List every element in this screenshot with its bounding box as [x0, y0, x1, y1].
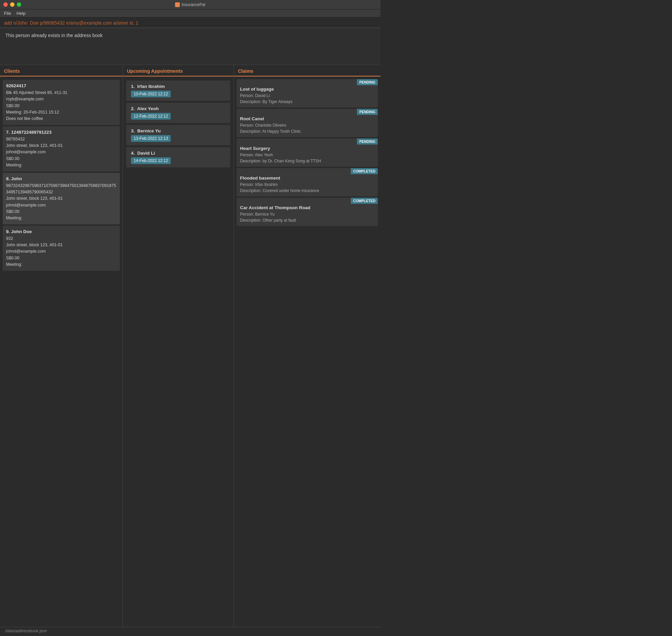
claims-header: Claims — [234, 65, 381, 77]
client-email: royb@example.com — [6, 96, 117, 102]
clients-column: Clients 92624417 Blk 45 Aljunied Street … — [0, 65, 123, 627]
client-phone: 932 — [6, 236, 117, 242]
clients-header: Clients — [0, 65, 123, 77]
appointment-name: 1. Irfan Ibrahim — [131, 84, 226, 89]
status-badge: PENDING — [357, 138, 378, 144]
claim-title: Lost of luggage — [240, 86, 374, 92]
client-number: 9. John Doe — [6, 228, 117, 236]
claim-description: Description: By Tiger Airways — [240, 99, 374, 105]
appointment-card[interactable]: 4. David Li 14-Feb-2022 12:12 — [126, 147, 230, 167]
claim-description: Description: Covered under home insuranc… — [240, 187, 374, 194]
client-meeting: Meeting: — [6, 261, 117, 268]
menu-file[interactable]: File — [4, 11, 11, 16]
claim-title: Flooded basement — [240, 176, 374, 181]
claim-title: Heart Surgery — [240, 146, 374, 151]
claim-card[interactable]: PENDING Heart Surgery Person: Alex Yeoh … — [237, 138, 378, 167]
appointments-column: Upcoming Appointments 1. Irfan Ibrahim 1… — [123, 65, 234, 627]
command-input[interactable] — [4, 20, 376, 26]
window-controls — [3, 2, 21, 7]
status-badge: PENDING — [357, 79, 378, 85]
appointment-name: 4. David Li — [131, 151, 226, 156]
appointment-date: 13-Feb-2022 12:13 — [131, 135, 171, 142]
claim-person: Person: Irfan Ibrahim — [240, 182, 374, 187]
appointments-header: Upcoming Appointments — [123, 65, 233, 77]
appointment-date: 10-Feb-2022 12:12 — [131, 91, 171, 97]
client-note: Does not like coffee — [6, 116, 117, 122]
appointment-name: 2. Alex Yeoh — [131, 106, 226, 111]
claims-list: PENDING Lost of luggage Person: David Li… — [234, 77, 381, 627]
client-address: Blk 45 Aljunied Street 85, #11-31 — [6, 90, 117, 96]
command-bar — [0, 18, 381, 28]
appointment-name: 3. Bernice Yu — [131, 128, 226, 133]
claim-person: Person: Bernice Yu — [240, 211, 374, 217]
client-address: John street, block 123, #01-01 — [6, 142, 117, 149]
status-badge: PENDING — [357, 109, 378, 115]
claim-card[interactable]: PENDING Root Canel Person: Charlotte Oli… — [237, 109, 378, 137]
claim-title: Root Canel — [240, 116, 374, 121]
client-address: John street, block 123, #01-01 — [6, 195, 117, 202]
menu-help[interactable]: Help — [17, 11, 26, 16]
claim-description: Description: At Happy Tooth Clinic — [240, 128, 374, 134]
client-email: johnd@example.com — [6, 248, 117, 255]
appointment-card[interactable]: 1. Irfan Ibrahim 10-Feb-2022 12:12 — [126, 80, 230, 101]
app-title: InsurancePal — [175, 2, 205, 7]
titlebar: InsurancePal — [0, 0, 381, 9]
appointment-card[interactable]: 2. Alex Yeoh 12-Feb-2022 12:12 — [126, 103, 230, 123]
app-icon — [175, 2, 180, 7]
statusbar: ./data/addressbook.json — [0, 627, 381, 635]
minimize-button[interactable] — [10, 2, 15, 7]
main-columns: Clients 92624417 Blk 45 Aljunied Street … — [0, 65, 381, 627]
output-area: This person already exists in the addres… — [0, 28, 381, 65]
claim-card[interactable]: COMPLETED Car Accident at Thompson Road … — [237, 198, 378, 226]
clients-list: 92624417 Blk 45 Aljunied Street 85, #11-… — [0, 77, 123, 627]
client-number: 92624417 — [6, 82, 117, 90]
client-number: 7. 1248722489791223 — [6, 129, 117, 136]
client-card[interactable]: 8. John 98732432987598371075987398475013… — [3, 173, 120, 224]
claim-person: Person: Charlotte Oliveiro — [240, 122, 374, 128]
client-card[interactable]: 9. John Doe 932 John street, block 123, … — [3, 226, 120, 271]
claim-card[interactable]: COMPLETED Flooded basement Person: Irfan… — [237, 168, 378, 196]
client-card[interactable]: 7. 1248722489791223 98765432 John street… — [3, 126, 120, 172]
client-meeting: Meeting: 20-Feb-2011 15:12 — [6, 109, 117, 116]
client-amount: S$0.00 — [6, 255, 117, 261]
claim-person: Person: Alex Yeoh — [240, 152, 374, 158]
client-phone: 9873243298759837107598739847501394875983… — [6, 183, 117, 196]
client-amount: S$0.00 — [6, 156, 117, 162]
client-meeting: Meeting: — [6, 215, 117, 221]
claim-person: Person: David Li — [240, 93, 374, 99]
status-badge: COMPLETED — [351, 198, 378, 204]
appointments-list: 1. Irfan Ibrahim 10-Feb-2022 12:12 2. Al… — [123, 77, 233, 627]
client-amount: S$0.00 — [6, 208, 117, 215]
status-badge: COMPLETED — [351, 168, 378, 174]
menubar: File Help — [0, 9, 381, 18]
claim-description: Description: by Dr. Chan Keng Song at TT… — [240, 158, 374, 164]
maximize-button[interactable] — [17, 2, 21, 7]
client-phone: 98765432 — [6, 136, 117, 142]
claim-card[interactable]: PENDING Lost of luggage Person: David Li… — [237, 79, 378, 107]
claim-title: Car Accident at Thompson Road — [240, 205, 374, 210]
client-address: John street, block 123, #01-01 — [6, 242, 117, 248]
client-amount: S$0.00 — [6, 103, 117, 109]
client-number: 8. John — [6, 176, 117, 183]
appointment-card[interactable]: 3. Bernice Yu 13-Feb-2022 12:13 — [126, 125, 230, 145]
appointment-date: 12-Feb-2022 12:12 — [131, 113, 171, 120]
claims-column: Claims PENDING Lost of luggage Person: D… — [234, 65, 381, 627]
client-meeting: Meeting: — [6, 162, 117, 168]
output-text: This person already exists in the addres… — [5, 33, 103, 38]
client-email: johnd@example.com — [6, 202, 117, 208]
statusbar-text: ./data/addressbook.json — [4, 629, 47, 633]
claim-description: Description: Other party at fault — [240, 217, 374, 223]
client-email: johnd@example.com — [6, 149, 117, 155]
client-card[interactable]: 92624417 Blk 45 Aljunied Street 85, #11-… — [3, 80, 120, 125]
close-button[interactable] — [3, 2, 8, 7]
appointment-date: 14-Feb-2022 12:12 — [131, 157, 171, 164]
